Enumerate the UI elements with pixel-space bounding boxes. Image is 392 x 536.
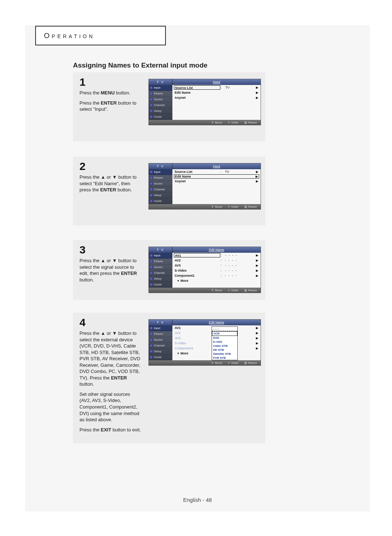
colon: :	[219, 263, 223, 268]
osd-side-label: Channel	[154, 103, 165, 107]
osd-header-title: Input	[172, 79, 261, 85]
arrow-right-icon: ▶	[255, 273, 258, 278]
osd-side-item: Guide	[149, 354, 172, 360]
osd-screenshot: T VInputInputPictureSoundChannelSetupGui…	[148, 163, 261, 210]
osd-side-label: Channel	[154, 188, 165, 191]
menu-icon	[150, 182, 153, 185]
hint-move: Move	[211, 121, 222, 124]
osd-side-label: Picture	[154, 260, 163, 263]
osd-row-value: TV	[223, 169, 255, 174]
osd-side-item: Sound	[149, 264, 172, 270]
arrow-right-icon: ▶	[255, 263, 258, 268]
osd-side-label: Setup	[154, 350, 162, 353]
arrow-right-icon: ▶	[255, 268, 258, 273]
arrow-right-icon: ▶	[255, 179, 258, 184]
osd-side-label: Guide	[154, 199, 162, 203]
colon: :	[219, 268, 223, 273]
osd-row-label: Anynet	[175, 95, 219, 100]
menu-icon	[150, 260, 153, 263]
osd-side-label: Picture	[154, 332, 163, 336]
osd-screenshot: T VInputInputPictureSoundChannelSetupGui…	[148, 79, 261, 125]
arrow-right-icon: ▶	[255, 95, 258, 100]
osd-side-item: Picture	[149, 175, 172, 181]
hint-enter: Enter	[228, 205, 238, 208]
osd-header-title: Input	[172, 163, 261, 169]
dropdown-option: VCR	[212, 331, 237, 336]
osd-side-item: Sound	[149, 97, 172, 102]
dropdown-option: Satellite STB	[212, 352, 237, 356]
menu-icon	[150, 356, 153, 359]
step-block-4: 4Press the ▲ or ▼ button to select the e…	[73, 313, 265, 443]
arrow-right-icon: ▶	[255, 258, 258, 263]
osd-row-label: S-Video	[175, 268, 219, 273]
device-dropdown: - - - -VCRDVDD-VHSCable STBHD STBSatelli…	[212, 326, 238, 360]
step-block-3: 3Press the ▲ or ▼ button to select the s…	[73, 240, 265, 300]
menu-icon	[150, 103, 153, 107]
hint-return: Return	[244, 121, 257, 124]
step-instruction: Press the ▲ or ▼ button to select the si…	[79, 257, 141, 283]
menu-icon	[150, 326, 153, 330]
osd-side-item: Setup	[149, 349, 172, 354]
osd-side-item: Input	[149, 169, 172, 175]
osd-main-panel: AV1:- - - -▶AV2:- - - -▶AV3:- - - -▶S-Vi…	[172, 253, 261, 288]
osd-sidebar: InputPictureSoundChannelSetupGuide	[149, 253, 172, 288]
osd-side-item: Picture	[149, 259, 172, 264]
osd-footer: MoveEnterReturn	[149, 360, 261, 365]
osd-menu-row: Anynet▶	[172, 179, 261, 184]
osd-side-item: Guide	[149, 114, 172, 120]
osd-row-label: Anynet	[175, 179, 219, 184]
osd-row-value: - - - -	[223, 263, 255, 268]
osd-header-left: T V	[149, 320, 172, 325]
osd-menu-row: AV3:- - - -▶	[172, 263, 261, 268]
hint-move: Move	[211, 289, 222, 292]
page-title: Assigning Names to External input mode	[73, 61, 208, 69]
osd-side-label: Setup	[154, 277, 162, 280]
arrow-right-icon: ▶	[255, 341, 258, 346]
osd-side-item: Channel	[149, 343, 172, 349]
arrow-right-icon: ▶	[255, 336, 258, 341]
osd-footer: MoveEnterReturn	[149, 120, 261, 125]
dropdown-option: PVR STB	[212, 356, 237, 360]
osd-header-left: T V	[149, 79, 172, 85]
osd-side-item: Setup	[149, 108, 172, 114]
osd-row-label: Edit Name	[175, 174, 218, 179]
osd-main-panel: Source List:TV▶Edit Name▶Anynet▶	[172, 169, 261, 204]
osd-screenshot: T VEdit NameInputPictureSoundChannelSetu…	[148, 247, 261, 293]
osd-side-item: Input	[149, 325, 172, 331]
menu-icon	[150, 332, 153, 336]
osd-row-label: AV3	[175, 263, 219, 268]
dropdown-option: - - - -	[212, 327, 237, 331]
osd-row-value: - - - -	[223, 253, 255, 258]
osd-header-left: T V	[149, 247, 172, 253]
menu-icon	[150, 271, 153, 275]
arrow-right-icon: ▶	[255, 330, 258, 336]
menu-icon	[150, 92, 153, 95]
osd-row-value: TV	[223, 85, 255, 90]
osd-menu-row: Edit Name▶	[172, 90, 261, 95]
osd-side-item: Input	[149, 85, 172, 91]
hint-enter: Enter	[228, 361, 238, 365]
arrow-right-icon: ▶	[255, 325, 258, 330]
osd-menu-row: S-Video:- - - -▶	[172, 268, 261, 273]
menu-icon	[150, 277, 153, 280]
menu-icon	[150, 176, 153, 179]
osd-side-label: Guide	[154, 115, 162, 118]
osd-header-title: Edit Name	[172, 320, 261, 325]
colon: :	[220, 85, 223, 90]
osd-side-item: Picture	[149, 331, 172, 337]
osd-side-label: Setup	[154, 109, 162, 113]
colon: :	[220, 253, 223, 258]
osd-side-label: Sound	[154, 98, 162, 101]
section-header-label: Operation	[44, 32, 95, 40]
osd-side-label: Guide	[154, 356, 162, 359]
osd-side-label: Input	[154, 170, 160, 174]
osd-menu-row: Source List:TV▶	[172, 85, 261, 90]
osd-menu-row: Edit Name▶	[174, 174, 259, 179]
osd-row-label: Source List	[175, 169, 219, 174]
osd-side-item: Setup	[149, 192, 172, 198]
osd-side-label: Input	[154, 326, 160, 330]
osd-side-label: Channel	[154, 271, 165, 275]
step-instruction: Press the ▲ or ▼ button to select "Edit …	[79, 174, 141, 193]
arrow-right-icon: ▶	[255, 169, 258, 174]
osd-row-value: - - - -	[223, 268, 255, 273]
